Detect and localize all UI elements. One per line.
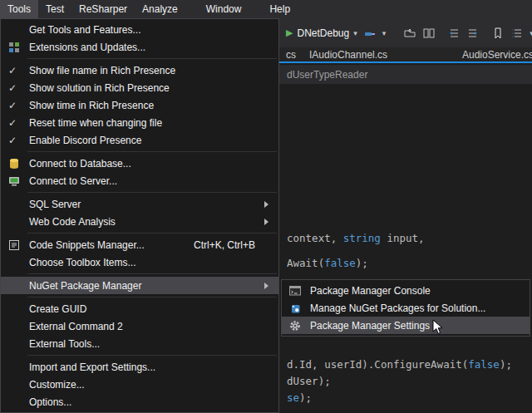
menu-item-customize[interactable]: Customize... [1, 376, 278, 393]
tab-label: cs [286, 49, 296, 61]
code-keyword: false [468, 358, 500, 371]
menubar-item-analyze[interactable]: Analyze [135, 0, 185, 18]
tab-label: AudioService.cs [462, 49, 532, 61]
menu-item-sql-server[interactable]: SQL Server [1, 195, 278, 213]
code-text: context, [287, 232, 343, 244]
code-keyword: false [324, 257, 356, 269]
menubar-item-label: Analyze [142, 3, 178, 15]
start-debugging-button[interactable]: ▶ DNetDebug ▾ [286, 27, 357, 39]
menu-item-label: Extensions and Updates... [29, 42, 145, 53]
menubar-item-window[interactable]: Window [199, 0, 249, 18]
menu-item-label: Show solution in Rich Presence [29, 82, 170, 94]
menu-item-label: Connect to Server... [29, 175, 117, 187]
menu-item-external-tools[interactable]: External Tools... [1, 335, 278, 352]
menu-item-label: NuGet Package Manager [29, 280, 141, 292]
menu-item-label: Enable Discord Presence [29, 135, 141, 146]
menu-item-label: Reset time when changing file [29, 117, 162, 129]
tab-iaudiochannel[interactable]: IAudioChannel.cs [309, 47, 387, 61]
chevron-down-icon[interactable]: ▾ [382, 29, 387, 37]
chevron-down-icon: ▾ [353, 29, 357, 37]
bookmark-icon[interactable] [491, 26, 505, 40]
menubar-item-tools[interactable]: Tools [0, 0, 38, 18]
code-snippets-icon [7, 238, 21, 252]
task-list-icon[interactable] [510, 26, 524, 40]
code-text: ); [500, 358, 512, 371]
console-icon [288, 284, 302, 297]
menu-item-label: Choose Toolbox Items... [29, 257, 136, 268]
code-line: context, string input, [287, 232, 425, 244]
menubar-item-help[interactable]: Help [262, 0, 298, 18]
menu-item-show-solution-rich-presence[interactable]: ✓ Show solution in Rich Presence [1, 79, 278, 96]
code-line: Await(false); [287, 257, 368, 269]
menubar-item-test[interactable]: Test [38, 0, 71, 18]
menu-item-extensions-and-updates[interactable]: Extensions and Updates... [1, 38, 278, 56]
attach-debugger-icon[interactable] [363, 26, 377, 40]
code-text: dUser); [287, 375, 331, 387]
tab-audioservice[interactable]: AudioService.cs [462, 47, 532, 61]
check-icon: ✓ [8, 65, 17, 76]
menu-item-label: Import and Export Settings... [29, 361, 155, 373]
menu-item-choose-toolbox-items[interactable]: Choose Toolbox Items... [1, 253, 278, 271]
check-icon: ✓ [8, 135, 17, 146]
menu-item-reset-time-when-changing-file[interactable]: ✓ Reset time when changing file [1, 114, 278, 131]
menu-separator [27, 151, 277, 152]
menu-item-label: SQL Server [29, 199, 81, 210]
menu-item-label: Connect to Database... [29, 158, 131, 170]
check-icon: ✓ [8, 82, 17, 94]
menubar-item-resharper[interactable]: ReSharper [71, 0, 135, 18]
menu-item-shortcut: Ctrl+K, Ctrl+B [194, 239, 272, 251]
navigate-forward-icon[interactable] [466, 26, 480, 40]
menu-item-code-snippets-manager[interactable]: Code Snippets Manager... Ctrl+K, Ctrl+B [1, 236, 278, 253]
nuget-package-manager-submenu: Package Manager Console Manage NuGet Pac… [281, 279, 530, 337]
menu-item-connect-to-server[interactable]: Connect to Server... [1, 172, 278, 189]
menu-item-web-code-analysis[interactable]: Web Code Analysis [1, 213, 278, 230]
tab-partial[interactable]: cs [286, 47, 296, 61]
menubar-item-label: Test [46, 3, 64, 15]
menu-item-label: Show file name in Rich Presence [29, 65, 175, 76]
menu-separator [27, 273, 277, 274]
menu-item-label: External Command 2 [29, 321, 123, 332]
menu-separator [27, 58, 277, 59]
menu-item-show-file-name-rich-presence[interactable]: ✓ Show file name in Rich Presence [1, 61, 278, 79]
code-text: Await( [287, 257, 324, 269]
open-file-icon[interactable] [403, 26, 416, 40]
code-text: ); [356, 257, 368, 269]
check-icon: ✓ [8, 117, 17, 129]
menu-item-package-manager-console[interactable]: Package Manager Console [282, 282, 530, 299]
extensions-icon [7, 41, 21, 54]
menu-item-label: Manage NuGet Packages for Solution... [310, 302, 485, 314]
menu-item-import-export-settings[interactable]: Import and Export Settings... [1, 358, 278, 376]
menu-item-external-command-2[interactable]: External Command 2 [1, 317, 278, 335]
menubar-item-label: Window [206, 3, 242, 15]
breadcrumb[interactable]: dUserTypeReader [287, 69, 367, 81]
menu-bar: Tools Test ReSharper Analyze Window Help [0, 0, 532, 18]
code-keyword: se [287, 391, 299, 404]
menubar-item-label: ReSharper [79, 3, 127, 15]
code-text: ); [299, 391, 312, 404]
menu-item-connect-to-database[interactable]: Connect to Database... [1, 155, 278, 172]
database-icon [7, 157, 21, 170]
check-icon: ✓ [8, 100, 17, 111]
submenu-arrow-icon [264, 201, 268, 208]
submenu-arrow-icon [264, 219, 268, 225]
menu-item-label: Customize... [29, 379, 85, 391]
menu-item-package-manager-settings[interactable]: Package Manager Settings [282, 317, 530, 334]
menu-item-label: Package Manager Console [310, 285, 431, 297]
menu-item-options[interactable]: Options... [1, 393, 278, 411]
menu-item-nuget-package-manager[interactable]: NuGet Package Manager [1, 277, 278, 294]
menu-item-enable-discord-presence[interactable]: ✓ Enable Discord Presence [1, 131, 278, 149]
menu-item-show-time-rich-presence[interactable]: ✓ Show time in Rich Presence [1, 96, 278, 114]
menubar-item-label: Tools [7, 3, 31, 15]
menu-item-label: Options... [29, 396, 71, 408]
menu-item-create-guid[interactable]: Create GUID [1, 300, 278, 317]
navigate-backward-icon[interactable] [447, 26, 461, 40]
server-icon [7, 175, 21, 188]
code-text: d.Id, userId).ConfigureAwait( [287, 358, 468, 371]
menu-separator [27, 233, 277, 234]
menubar-item-label: Help [269, 3, 290, 15]
menu-item-label: Show time in Rich Presence [29, 100, 154, 111]
menu-item-get-tools-and-features[interactable]: Get Tools and Features... [1, 21, 278, 38]
menu-item-label: Get Tools and Features... [29, 24, 141, 36]
split-columns-icon[interactable] [422, 26, 436, 40]
menu-item-manage-nuget-packages-solution[interactable]: Manage NuGet Packages for Solution... [282, 299, 530, 317]
